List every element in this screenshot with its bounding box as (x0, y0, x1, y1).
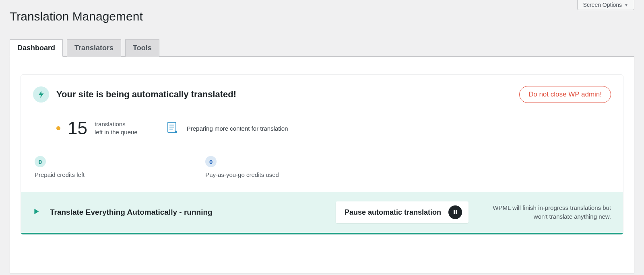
tab-label: Tools (133, 44, 152, 52)
payg-credits-block: 0 Pay-as-you-go credits used (205, 156, 279, 178)
tab-translators[interactable]: Translators (67, 39, 121, 57)
queue-label-line2: left in the queue (95, 128, 138, 136)
tab-dashboard[interactable]: Dashboard (10, 39, 63, 57)
pause-icon (448, 205, 462, 219)
svg-rect-4 (454, 210, 455, 214)
tab-tools[interactable]: Tools (125, 39, 159, 57)
warning-badge: Do not close WP admin! (519, 86, 611, 103)
queue-count: 15 (68, 118, 87, 138)
preparing-block: Preparing more content for translation (166, 121, 288, 135)
svg-rect-5 (456, 210, 457, 214)
status-headline: Your site is being automatically transla… (56, 89, 236, 100)
play-icon (33, 208, 40, 217)
payg-credits-value: 0 (205, 156, 217, 167)
queue-count-block: 15 translations left in the queue (56, 118, 138, 138)
screen-options-label: Screen Options (583, 2, 622, 8)
tab-label: Translators (74, 44, 114, 52)
tab-list: Dashboard Translators Tools (10, 39, 634, 57)
page-title: Translation Management (0, 0, 644, 23)
pause-translation-button[interactable]: Pause automatic translation (336, 201, 469, 223)
prepaid-credits-block: 0 Prepaid credits left (35, 156, 85, 178)
tab-label: Dashboard (17, 44, 55, 52)
document-icon (166, 121, 179, 135)
prepaid-credits-value: 0 (35, 156, 46, 167)
tab-panel: Your site is being automatically transla… (10, 56, 634, 273)
screen-options-toggle[interactable]: Screen Options ▼ (577, 0, 634, 10)
status-dot-icon (56, 126, 60, 130)
payg-credits-label: Pay-as-you-go credits used (205, 171, 279, 178)
lightning-icon (33, 86, 49, 103)
pause-button-label: Pause automatic translation (345, 208, 441, 217)
pause-note: WPML will finish in-progress translation… (478, 203, 611, 221)
prepaid-credits-label: Prepaid credits left (35, 171, 85, 178)
running-status-text: Translate Everything Automatically - run… (50, 208, 213, 217)
running-status-bar: Translate Everything Automatically - run… (21, 192, 623, 234)
preparing-text: Preparing more content for translation (187, 125, 288, 132)
queue-label-line1: translations (95, 120, 138, 128)
chevron-down-icon: ▼ (624, 3, 628, 7)
translation-status-card: Your site is being automatically transla… (21, 74, 623, 235)
